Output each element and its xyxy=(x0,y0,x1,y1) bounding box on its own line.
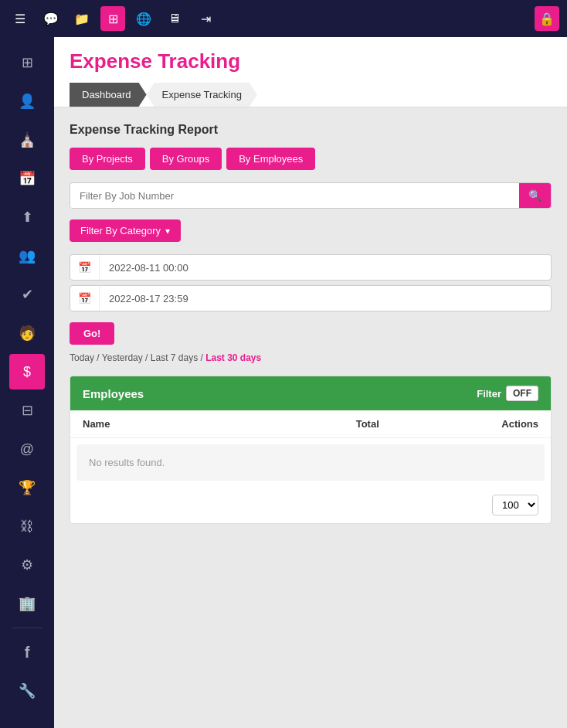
filter-toggle-area: Filter OFF xyxy=(477,386,538,401)
shortcut-yesterday[interactable]: Yesterday xyxy=(102,352,143,363)
start-date-calendar-icon: 📅 xyxy=(70,255,100,280)
breadcrumb-expense-tracking[interactable]: Expense Tracking xyxy=(147,83,257,107)
page-size-select[interactable]: 25 50 100 200 xyxy=(492,495,538,515)
tab-buttons: By Projects By Groups By Employees xyxy=(70,148,552,170)
employees-section-title: Employees xyxy=(83,387,144,400)
sidebar-item-grid[interactable]: ⊞ xyxy=(9,45,45,80)
col-header-total: Total xyxy=(311,418,425,430)
filter-toggle-button[interactable]: OFF xyxy=(506,386,538,401)
sidebar-item-checklist[interactable]: ✔ xyxy=(9,277,45,312)
top-bar: ☰ 💬 📁 ⊞ 🌐 🖥 ⇥ 🔒 xyxy=(0,0,567,37)
breadcrumb-dashboard[interactable]: Dashboard xyxy=(70,83,147,107)
sidebar-item-people[interactable]: 👥 xyxy=(9,238,45,274)
end-date-row: 📅 2022-08-17 23:59 xyxy=(70,285,552,311)
sidebar-divider xyxy=(12,628,42,628)
breadcrumb: Dashboard Expense Tracking xyxy=(70,83,552,107)
end-date-value[interactable]: 2022-08-17 23:59 xyxy=(100,287,551,311)
tab-by-projects[interactable]: By Projects xyxy=(70,148,145,170)
shortcut-last30[interactable]: Last 30 days xyxy=(205,352,261,363)
sidebar-item-calendar[interactable]: 📅 xyxy=(9,161,45,196)
table-footer: 25 50 100 200 xyxy=(70,487,551,523)
page-title: Expense Tracking xyxy=(70,49,552,73)
date-shortcuts: Today / Yesterday / Last 7 days / Last 3… xyxy=(70,352,552,363)
lock-icon[interactable]: 🔒 xyxy=(535,6,559,31)
folder-icon[interactable]: 📁 xyxy=(70,6,94,31)
search-bar: 🔍 xyxy=(70,182,552,209)
tab-by-employees[interactable]: By Employees xyxy=(226,148,315,170)
end-date-calendar-icon: 📅 xyxy=(70,286,100,311)
monitor-icon[interactable]: 🖥 xyxy=(162,6,187,31)
sidebar-item-church[interactable]: ⛪ xyxy=(9,122,45,158)
sep1: / xyxy=(94,352,102,363)
employees-card: Employees Filter OFF Name Total Actions … xyxy=(70,376,552,524)
page-header: Expense Tracking Dashboard Expense Track… xyxy=(54,37,567,107)
chat-icon[interactable]: 💬 xyxy=(39,6,63,31)
filter-category-button[interactable]: Filter By Category xyxy=(70,219,181,242)
employees-card-header: Employees Filter OFF xyxy=(70,376,551,410)
filter-text-label: Filter xyxy=(477,388,501,400)
no-results-message: No results found. xyxy=(76,444,545,481)
table-header-row: Name Total Actions xyxy=(70,410,551,438)
top-bar-icons: ☰ 💬 📁 ⊞ 🌐 🖥 ⇥ xyxy=(8,6,218,31)
start-date-value[interactable]: 2022-08-11 00:00 xyxy=(100,256,551,280)
sidebar-item-dollar[interactable]: $ xyxy=(9,354,45,390)
col-header-name: Name xyxy=(83,418,311,430)
tab-by-groups[interactable]: By Groups xyxy=(150,148,222,170)
sidebar-item-admin[interactable]: ⚙ xyxy=(9,547,45,583)
report-title: Expense Tracking Report xyxy=(70,123,552,137)
shortcut-last7[interactable]: Last 7 days xyxy=(151,352,198,363)
sidebar: ⊞ 👤 ⛪ 📅 ⬆ 👥 ✔ 🧑 $ ⊟ @ 🏆 ⛓ ⚙ 🏢 f 🔧 xyxy=(0,37,54,728)
start-date-row: 📅 2022-08-11 00:00 xyxy=(70,254,552,281)
sidebar-item-facebook[interactable]: f xyxy=(9,634,45,670)
sidebar-item-network[interactable]: ⛓ xyxy=(9,509,45,544)
go-button[interactable]: Go! xyxy=(70,322,114,345)
main-content: Expense Tracking Dashboard Expense Track… xyxy=(54,37,567,728)
content-area: Expense Tracking Report By Projects By G… xyxy=(54,107,567,539)
date-fields: 📅 2022-08-11 00:00 📅 2022-08-17 23:59 xyxy=(70,254,552,311)
search-button[interactable]: 🔍 xyxy=(519,183,551,208)
sidebar-item-building[interactable]: 🏢 xyxy=(9,586,45,621)
sidebar-item-trophy[interactable]: 🏆 xyxy=(9,470,45,505)
globe-icon[interactable]: 🌐 xyxy=(131,6,156,31)
sep2: / xyxy=(143,352,151,363)
shortcut-today[interactable]: Today xyxy=(70,352,94,363)
grid-icon[interactable]: ⊞ xyxy=(100,6,125,31)
sidebar-item-table[interactable]: ⊟ xyxy=(9,393,45,428)
sep3: / xyxy=(198,352,205,363)
sidebar-item-upload[interactable]: ⬆ xyxy=(9,199,45,235)
col-header-actions: Actions xyxy=(425,418,539,430)
sidebar-item-settings[interactable]: 🔧 xyxy=(9,673,45,709)
search-input[interactable] xyxy=(70,184,519,208)
signout-icon[interactable]: ⇥ xyxy=(193,6,218,31)
sidebar-item-user-check[interactable]: 🧑 xyxy=(9,315,45,351)
menu-icon[interactable]: ☰ xyxy=(8,6,32,31)
sidebar-item-at[interactable]: @ xyxy=(9,431,45,467)
sidebar-item-contact[interactable]: 👤 xyxy=(9,83,45,119)
